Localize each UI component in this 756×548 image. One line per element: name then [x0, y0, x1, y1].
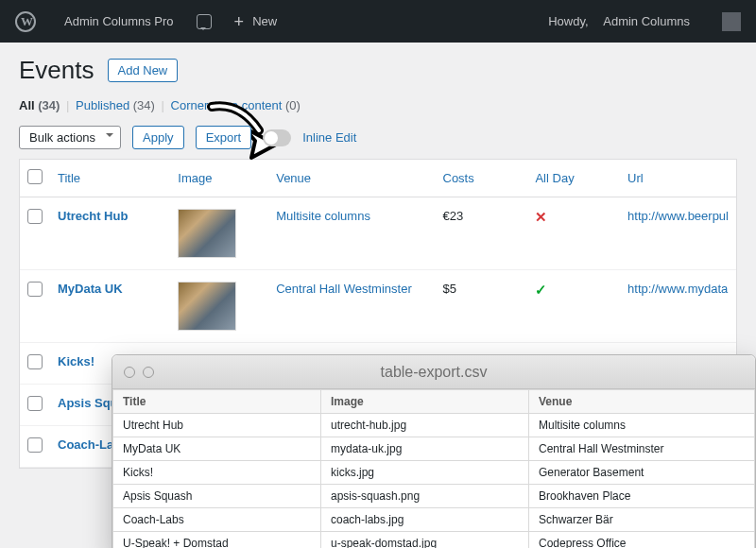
- csv-col-header: Image: [321, 390, 529, 414]
- csv-cell: Coach-Labs: [113, 508, 321, 532]
- csv-filename: table-export.csv: [162, 364, 706, 381]
- close-traffic-light-icon[interactable]: [124, 367, 135, 378]
- row-url[interactable]: http://www.mydata: [620, 270, 736, 343]
- minimize-traffic-light-icon[interactable]: [143, 367, 154, 378]
- row-title-link[interactable]: MyData UK: [58, 282, 123, 296]
- csv-cell: Utrecht Hub: [113, 414, 321, 437]
- avatar[interactable]: [722, 12, 741, 31]
- csv-cell: Brookhaven Place: [529, 485, 755, 508]
- csv-cell: Central Hall Westminster: [529, 437, 755, 461]
- csv-cell: apsis-squash.png: [321, 485, 529, 508]
- bulk-action-row: Bulk actions Apply Export Inline Edit: [19, 126, 737, 149]
- new-label: New: [252, 14, 277, 28]
- col-costs[interactable]: Costs: [436, 160, 528, 197]
- row-title-link[interactable]: Coach-La: [58, 437, 113, 452]
- row-title-link[interactable]: Apsis Squ: [58, 396, 118, 410]
- csv-table: TitleImageVenue Utrecht Hubutrecht-hub.j…: [112, 389, 755, 548]
- col-allday[interactable]: All Day: [527, 160, 620, 197]
- row-checkbox[interactable]: [27, 437, 43, 453]
- row-checkbox[interactable]: [27, 282, 43, 297]
- filter-all[interactable]: All (34): [19, 98, 60, 112]
- col-image[interactable]: Image: [170, 160, 268, 197]
- new-content-link[interactable]: New: [234, 14, 278, 28]
- inline-edit-label: Inline Edit: [302, 130, 356, 145]
- csv-col-header: Title: [113, 390, 321, 414]
- csv-cell: utrecht-hub.jpg: [321, 414, 529, 437]
- csv-row: Utrecht Hubutrecht-hub.jpgMultisite colu…: [113, 414, 755, 437]
- row-venue[interactable]: Multisite columns: [268, 197, 435, 270]
- select-all-checkbox[interactable]: [27, 169, 43, 184]
- csv-preview-window: table-export.csv TitleImageVenue Utrecht…: [112, 354, 756, 548]
- row-checkbox[interactable]: [27, 354, 43, 369]
- check-icon: ✓: [535, 282, 547, 298]
- csv-row: MyData UKmydata-uk.jpgCentral Hall Westm…: [113, 437, 755, 461]
- thumbnail-image[interactable]: [178, 209, 236, 258]
- bulk-actions-select[interactable]: Bulk actions: [19, 126, 121, 149]
- row-url[interactable]: http://www.beerpul: [620, 197, 736, 270]
- csv-cell: u-speak-domstad.jpg: [321, 532, 529, 549]
- col-title[interactable]: Title: [50, 160, 170, 197]
- thumbnail-image[interactable]: [178, 282, 236, 331]
- row-title-link[interactable]: Kicks!: [58, 354, 94, 368]
- csv-cell: Apsis Squash: [113, 485, 321, 508]
- csv-cell: Kicks!: [113, 461, 321, 485]
- filter-cornerstone[interactable]: Cornerstone content (0): [171, 98, 301, 112]
- csv-cell: Generator Basement: [529, 461, 755, 485]
- howdy-text[interactable]: Howdy, Admin Columns: [548, 14, 690, 28]
- status-filters: All (34) | Published (34) | Cornerstone …: [19, 98, 737, 112]
- row-allday: ✕: [527, 197, 620, 270]
- export-button[interactable]: Export: [196, 126, 252, 149]
- chevron-down-icon: [106, 133, 113, 141]
- csv-cell: coach-labs.jpg: [321, 508, 529, 532]
- col-venue[interactable]: Venue: [268, 160, 435, 197]
- row-checkbox[interactable]: [27, 209, 43, 224]
- page-heading: Events Add New: [19, 56, 737, 85]
- apply-button[interactable]: Apply: [132, 126, 184, 149]
- add-new-button[interactable]: Add New: [108, 59, 179, 82]
- site-title[interactable]: Admin Columns Pro: [64, 14, 174, 28]
- csv-cell: mydata-uk.jpg: [321, 437, 529, 461]
- csv-cell: Codepress Office: [529, 532, 755, 549]
- col-url[interactable]: Url: [620, 160, 736, 197]
- page-title: Events: [19, 56, 94, 85]
- csv-row: Apsis Squashapsis-squash.pngBrookhaven P…: [113, 485, 755, 508]
- row-costs: €23: [436, 197, 528, 270]
- csv-row: U-Speak! + Domstadu-speak-domstad.jpgCod…: [113, 532, 755, 549]
- bulk-actions-label: Bulk actions: [29, 130, 95, 145]
- x-icon: ✕: [535, 209, 547, 225]
- row-costs: $5: [436, 270, 528, 343]
- csv-row: Kicks!kicks.jpgGenerator Basement: [113, 461, 755, 485]
- csv-cell: U-Speak! + Domstad: [113, 532, 321, 549]
- filter-published[interactable]: Published (34): [76, 98, 155, 112]
- comments-icon[interactable]: [197, 14, 212, 29]
- row-allday: ✓: [527, 270, 620, 343]
- inline-edit-toggle[interactable]: [263, 129, 291, 146]
- csv-row: Coach-Labscoach-labs.jpgSchwarzer Bär: [113, 508, 755, 532]
- table-row: Utrecht HubMultisite columns€23✕http://w…: [20, 197, 736, 270]
- row-venue[interactable]: Central Hall Westminster: [268, 270, 435, 343]
- csv-cell: Multisite columns: [529, 414, 755, 437]
- admin-bar: Admin Columns Pro New Howdy, Admin Colum…: [0, 0, 756, 43]
- csv-cell: Schwarzer Bär: [529, 508, 755, 532]
- csv-titlebar[interactable]: table-export.csv: [112, 355, 755, 389]
- row-checkbox[interactable]: [27, 396, 43, 411]
- wordpress-logo-icon[interactable]: [15, 11, 36, 32]
- csv-cell: kicks.jpg: [321, 461, 529, 485]
- csv-cell: MyData UK: [113, 437, 321, 461]
- row-title-link[interactable]: Utrecht Hub: [58, 209, 128, 223]
- csv-col-header: Venue: [529, 390, 755, 414]
- table-row: MyData UKCentral Hall Westminster$5✓http…: [20, 270, 736, 343]
